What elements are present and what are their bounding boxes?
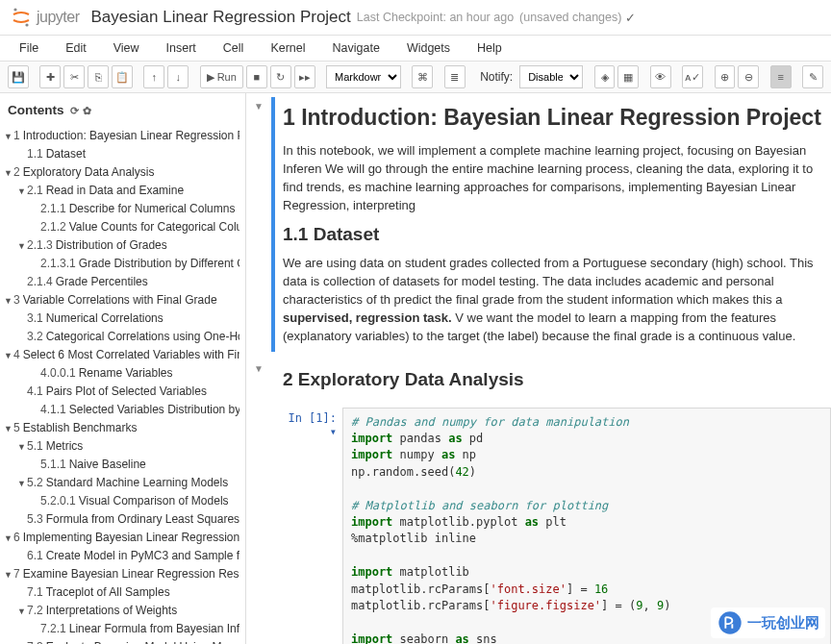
toc-number: 4.1.1 <box>40 401 66 418</box>
toc-item[interactable]: 3.2Categorical Correlations using One-Ho… <box>4 327 241 345</box>
toc-number: 5.2 <box>27 474 43 491</box>
jupyter-logo[interactable]: jupyter <box>10 6 80 29</box>
toc-item[interactable]: ▼2Exploratory Data Analysis <box>4 162 241 181</box>
toc-item[interactable]: ▼6Implementing Bayesian Linear Regressio… <box>4 528 241 546</box>
toc-item[interactable]: 2.1.1Describe for Numerical Columns <box>4 199 241 217</box>
toc-item[interactable]: 2.1.2Value Counts for Categorical Column… <box>4 217 241 235</box>
toc-label: Metrics <box>46 437 84 455</box>
collapse-toggle[interactable]: ▼ <box>246 359 271 400</box>
zoom-out-button[interactable]: ⊖ <box>738 65 759 88</box>
toc-item[interactable]: ▼3Variable Correlations with Final Grade <box>4 290 241 309</box>
toc-sidebar[interactable]: Contents ⟳ ✿ ▼1Introduction: Bayesian Li… <box>0 93 246 644</box>
toc-label: Standard Machine Learning Models <box>46 474 228 491</box>
menu-cell[interactable]: Cell <box>219 39 248 57</box>
toc-item[interactable]: ▼5.1Metrics <box>4 436 241 455</box>
toc-label: Introduction: Bayesian Linear Regression… <box>23 127 239 144</box>
gear-icon[interactable]: ✿ <box>83 103 91 119</box>
toc-label: Dataset <box>46 145 86 162</box>
restart-button[interactable]: ↻ <box>270 65 291 88</box>
markdown-cell[interactable]: 1 Introduction: Bayesian Linear Regressi… <box>271 97 831 352</box>
toc-label: Categorical Correlations using One-Hot E… <box>46 328 239 345</box>
toc-label: Rename Variables <box>79 364 173 382</box>
toc-button[interactable]: ≣ <box>444 65 466 88</box>
copy-button[interactable]: ⎘ <box>88 65 109 88</box>
spellcheck-button[interactable]: ᴀ✓ <box>682 65 703 88</box>
toc-number: 5.3 <box>27 510 43 528</box>
nbext-button[interactable]: ◈ <box>594 65 616 88</box>
toc-number: 5.2.0.1 <box>40 492 76 509</box>
toc-item[interactable]: ▼4Select 6 Most Correlated Variables wit… <box>4 345 241 363</box>
notebook-title[interactable]: Bayesian Linear Regression Project <box>91 8 351 27</box>
scratchpad-button[interactable]: ✎ <box>802 65 823 88</box>
menu-help[interactable]: Help <box>473 39 506 57</box>
toc-item[interactable]: ▼2.1Read in Data and Examine <box>4 181 241 199</box>
menubar: File Edit View Insert Cell Kernel Naviga… <box>0 36 831 62</box>
variable-inspector-button[interactable]: ▦ <box>617 65 639 88</box>
markdown-cell[interactable]: 2 Exploratory Data Analysis <box>271 359 831 400</box>
toc-item[interactable]: 5.2.0.1Visual Comparison of Models <box>4 491 241 509</box>
paste-button[interactable]: 📋 <box>112 65 133 88</box>
toc-label: Select 6 Most Correlated Variables with … <box>23 346 239 363</box>
notebook-content[interactable]: ▼ 1 Introduction: Bayesian Linear Regres… <box>246 93 831 644</box>
toc-item[interactable]: 2.1.3.1Grade Distribution by Different C… <box>4 254 241 272</box>
move-down-button[interactable]: ↓ <box>167 65 189 88</box>
save-button[interactable]: 💾 <box>8 65 29 88</box>
codefolding-button[interactable]: ≡ <box>770 65 792 88</box>
toc-item[interactable]: ▼2.1.3Distribution of Grades <box>4 235 241 254</box>
collapse-toggle[interactable]: ▼ <box>246 97 271 352</box>
intro-paragraph: In this notebook, we will implement a co… <box>283 142 831 214</box>
toc-item[interactable]: 2.1.4Grade Percentiles <box>4 272 241 290</box>
toc-item[interactable]: 5.3Formula from Ordinary Least Squares L… <box>4 509 241 528</box>
toc-item[interactable]: 7.2.1Linear Formula from Bayesian Infere… <box>4 619 241 637</box>
zoom-in-button[interactable]: ⊕ <box>715 65 736 88</box>
toc-number: 5 <box>13 419 20 436</box>
command-palette-button[interactable]: ⌘ <box>412 65 433 88</box>
toc-item[interactable]: 4.1.1Selected Variables Distribution by … <box>4 400 241 418</box>
menu-navigate[interactable]: Navigate <box>329 39 384 57</box>
move-up-button[interactable]: ↑ <box>143 65 164 88</box>
menu-insert[interactable]: Insert <box>163 39 200 57</box>
menu-view[interactable]: View <box>110 39 143 57</box>
insert-cell-button[interactable]: ✚ <box>39 65 61 88</box>
toc-item[interactable]: ▼5Establish Benchmarks <box>4 418 241 436</box>
collapse-toggle[interactable] <box>246 408 271 644</box>
toc-number: 4.0.0.1 <box>40 364 76 382</box>
toc-item[interactable]: ▼5.2Standard Machine Learning Models <box>4 473 241 491</box>
toc-label: Linear Formula from Bayesian Inference u <box>69 620 239 637</box>
menu-edit[interactable]: Edit <box>62 39 90 57</box>
refresh-icon[interactable]: ⟳ <box>70 103 79 119</box>
toc-item[interactable]: 7.3Evaluate Bayesian Model Using Mean of… <box>4 637 241 644</box>
toc-item[interactable]: 6.1Create Model in PyMC3 and Sample from… <box>4 546 241 564</box>
caret-icon: ▼ <box>17 186 27 199</box>
toc-item[interactable]: 4.1Pairs Plot of Selected Variables <box>4 382 241 400</box>
stop-button[interactable]: ■ <box>246 65 267 88</box>
toc-number: 6.1 <box>27 547 43 564</box>
toc-item[interactable]: 5.1.1Naive Baseline <box>4 455 241 473</box>
preview-button[interactable]: 👁 <box>650 65 671 88</box>
cell-type-select[interactable]: Markdown <box>326 65 401 88</box>
toc-number: 2.1.2 <box>40 218 66 235</box>
toc-item[interactable]: ▼7Examine Bayesian Linear Regression Res… <box>4 564 241 582</box>
toc-number: 2.1.3 <box>27 236 53 254</box>
run-button[interactable]: ▶ Run <box>200 65 243 88</box>
toc-number: 5.1.1 <box>40 456 66 473</box>
svg-point-1 <box>25 23 28 26</box>
toc-item[interactable]: 7.1Traceplot of All Samples <box>4 582 241 601</box>
toc-label: Formula from Ordinary Least Squares Line… <box>46 510 239 528</box>
toc-item[interactable]: 4.0.0.1Rename Variables <box>4 363 241 382</box>
toc-item[interactable]: 3.1Numerical Correlations <box>4 309 241 327</box>
cut-button[interactable]: ✂ <box>63 65 85 88</box>
toc-number: 3.1 <box>27 310 43 327</box>
notify-label: Notify: <box>480 70 513 84</box>
toc-item[interactable]: ▼1Introduction: Bayesian Linear Regressi… <box>4 126 241 144</box>
restart-run-all-button[interactable]: ▸▸ <box>294 65 315 88</box>
toc-item[interactable]: ▼7.2Interpretations of Weights <box>4 601 241 619</box>
toc-number: 1.1 <box>27 145 43 162</box>
menu-widgets[interactable]: Widgets <box>403 39 454 57</box>
toc-label: Numerical Correlations <box>46 310 164 327</box>
menu-kernel[interactable]: Kernel <box>266 39 309 57</box>
menu-file[interactable]: File <box>15 39 42 57</box>
toc-label: Create Model in PyMC3 and Sample from Po <box>46 547 239 564</box>
notify-select[interactable]: Disabled <box>519 65 583 88</box>
toc-item[interactable]: 1.1Dataset <box>4 144 241 162</box>
